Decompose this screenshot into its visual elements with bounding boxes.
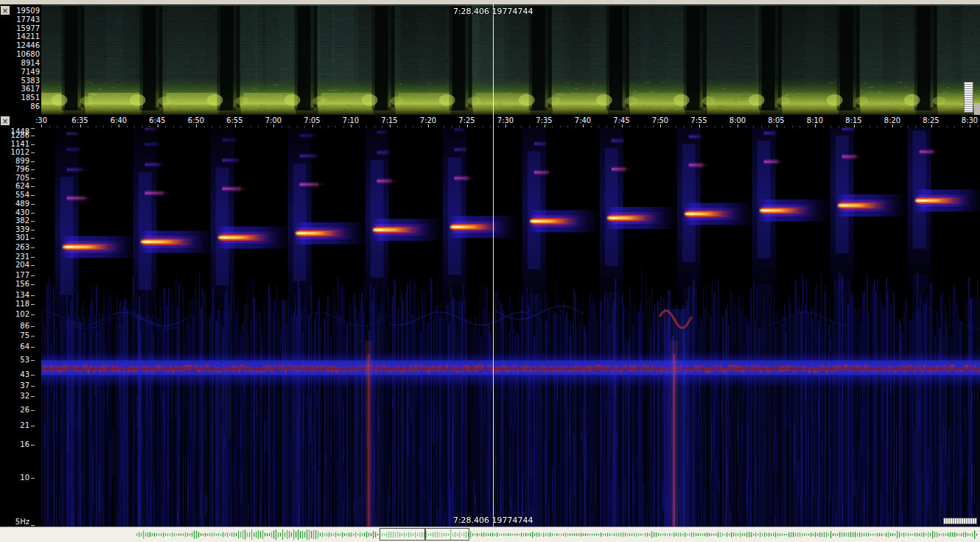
time-minor-tick bbox=[978, 126, 979, 127]
time-minor-tick bbox=[266, 126, 267, 127]
overview-waveform-canvas[interactable] bbox=[0, 527, 980, 542]
time-label: 8:25 bbox=[923, 116, 939, 124]
time-tick bbox=[854, 124, 855, 127]
time-minor-tick bbox=[96, 126, 97, 127]
freq-tick bbox=[31, 410, 35, 411]
time-minor-tick bbox=[691, 126, 692, 127]
time-minor-tick bbox=[444, 126, 444, 127]
time-minor-tick bbox=[761, 126, 762, 127]
time-minor-tick bbox=[885, 126, 886, 127]
freq-tick bbox=[31, 161, 35, 162]
freq-label-main: 1012 bbox=[0, 148, 29, 157]
time-tick bbox=[119, 124, 119, 127]
time-tick bbox=[622, 124, 623, 127]
time-minor-tick bbox=[514, 126, 514, 127]
freq-tick bbox=[31, 221, 35, 222]
time-minor-tick bbox=[869, 126, 870, 127]
time-minor-tick bbox=[413, 126, 413, 127]
time-minor-tick bbox=[954, 126, 955, 127]
time-minor-tick bbox=[861, 126, 862, 127]
freq-label-main: 32 bbox=[0, 392, 29, 401]
time-minor-tick bbox=[792, 126, 793, 127]
freq-label-main: 26 bbox=[0, 406, 29, 415]
time-minor-tick bbox=[57, 126, 57, 127]
pane-resize-grip[interactable] bbox=[974, 103, 980, 115]
time-minor-tick bbox=[839, 126, 839, 127]
time-minor-tick bbox=[606, 126, 607, 127]
freq-label-top: 14211 bbox=[0, 32, 40, 41]
freq-tick bbox=[31, 445, 35, 446]
time-tick bbox=[777, 124, 777, 127]
time-minor-tick bbox=[421, 126, 421, 127]
time-minor-tick bbox=[637, 126, 638, 127]
time-label: 7:15 bbox=[381, 116, 397, 124]
time-label: 6:55 bbox=[226, 116, 242, 124]
time-tick bbox=[351, 124, 351, 127]
freq-label-top: 86 bbox=[0, 102, 40, 111]
freq-label-main: 204 bbox=[0, 261, 29, 270]
time-tick bbox=[158, 124, 158, 127]
view-extent-box-left[interactable] bbox=[379, 528, 425, 541]
close-pane-top-button[interactable]: × bbox=[1, 6, 10, 15]
freq-tick bbox=[31, 152, 35, 153]
time-minor-tick bbox=[830, 126, 831, 127]
view-extent-box-right[interactable] bbox=[425, 528, 469, 541]
time-tick bbox=[41, 124, 42, 127]
freq-tick bbox=[31, 186, 35, 187]
freq-tick bbox=[31, 247, 35, 248]
time-tick bbox=[390, 124, 391, 127]
freq-label-main: 43 bbox=[0, 370, 29, 379]
freq-tick bbox=[31, 128, 35, 129]
time-minor-tick bbox=[653, 126, 654, 127]
overview-waveform-strip bbox=[0, 527, 980, 542]
spectrogram-main-canvas[interactable] bbox=[41, 127, 980, 527]
freq-label-main: 1286 bbox=[0, 131, 29, 140]
horizontal-zoom-thumbwheel[interactable] bbox=[943, 518, 977, 524]
freq-tick bbox=[31, 314, 35, 315]
freq-tick bbox=[31, 386, 35, 387]
freq-label-main: 64 bbox=[0, 342, 29, 351]
freq-label-main: 86 bbox=[0, 322, 29, 331]
time-minor-tick bbox=[483, 126, 483, 127]
freq-label-main: 134 bbox=[0, 291, 29, 300]
time-minor-tick bbox=[127, 126, 127, 127]
time-tick bbox=[660, 124, 661, 127]
freq-tick bbox=[31, 195, 35, 196]
time-label: 7:10 bbox=[343, 116, 359, 124]
freq-tick bbox=[31, 265, 35, 266]
freq-tick bbox=[31, 347, 35, 348]
time-minor-tick bbox=[88, 126, 88, 127]
time-minor-tick bbox=[591, 126, 592, 127]
time-minor-tick bbox=[320, 126, 321, 127]
time-minor-tick bbox=[49, 126, 50, 127]
freq-label-main: 705 bbox=[0, 174, 29, 183]
spectrogram-top-canvas[interactable] bbox=[41, 4, 980, 115]
freq-label-top: 17743 bbox=[0, 15, 40, 24]
frequency-axis-top: 1950917743159771421112446106808914714953… bbox=[0, 4, 41, 115]
time-minor-tick bbox=[552, 126, 553, 127]
time-label: 7:30 bbox=[497, 116, 514, 124]
time-minor-tick bbox=[746, 126, 746, 127]
cursor-time-readout-bottom: 7:28.406 19774744 bbox=[453, 515, 533, 525]
time-minor-tick bbox=[374, 126, 375, 127]
time-minor-tick bbox=[436, 126, 437, 127]
freq-label-main: 489 bbox=[0, 200, 29, 208]
freq-tick bbox=[31, 396, 35, 397]
freq-label-main: 624 bbox=[0, 182, 29, 191]
freq-tick bbox=[31, 213, 35, 214]
time-minor-tick bbox=[567, 126, 568, 127]
time-minor-tick bbox=[258, 126, 259, 127]
freq-label-main: 5Hz bbox=[0, 518, 29, 527]
freq-tick bbox=[31, 336, 35, 337]
freq-tick bbox=[31, 136, 35, 136]
close-pane-main-button[interactable]: × bbox=[1, 116, 10, 125]
freq-label-top: 10680 bbox=[0, 50, 40, 59]
time-minor-tick bbox=[103, 126, 104, 127]
time-tick bbox=[273, 124, 274, 127]
time-tick bbox=[583, 124, 584, 127]
time-minor-tick bbox=[242, 126, 243, 127]
time-minor-tick bbox=[846, 126, 847, 127]
time-minor-tick bbox=[676, 126, 676, 127]
vertical-zoom-thumbwheel[interactable] bbox=[964, 82, 973, 113]
freq-label-top: 3617 bbox=[0, 85, 40, 94]
